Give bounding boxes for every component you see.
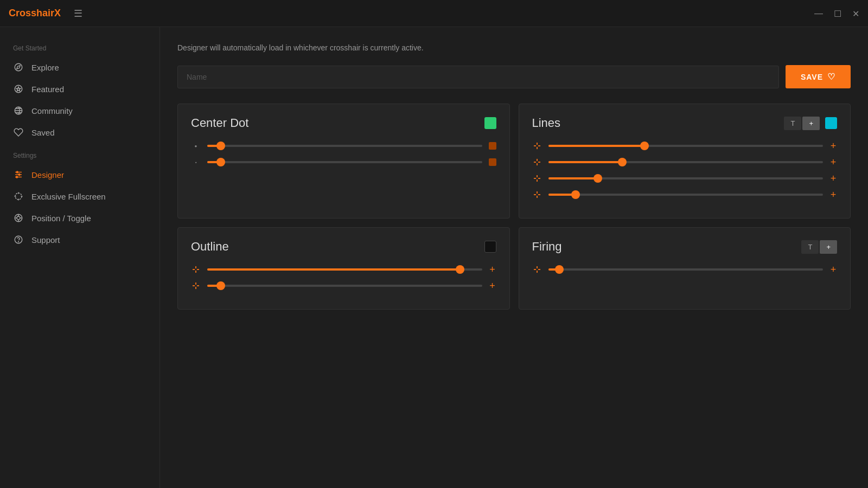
sidebar-item-explore[interactable]: Explore: [0, 56, 159, 78]
sidebar-item-featured-label: Featured: [31, 85, 64, 94]
sidebar-item-support[interactable]: Support: [0, 229, 159, 251]
lines-title: Lines: [532, 116, 561, 130]
crosshair-small-icon: [532, 141, 542, 151]
firing-tab-t[interactable]: T: [801, 240, 819, 254]
sidebar-item-support-label: Support: [31, 235, 60, 245]
center-dot-panel: Center Dot ● ●: [177, 104, 510, 219]
slider-end-plus: +: [829, 266, 837, 273]
slider-thumb[interactable]: [216, 281, 225, 290]
slider-thumb[interactable]: [216, 142, 225, 150]
slider-track[interactable]: [207, 161, 482, 163]
menu-icon[interactable]: ☰: [74, 8, 82, 20]
close-button[interactable]: ✕: [852, 8, 859, 18]
center-dot-swatch[interactable]: [484, 117, 496, 129]
sidebar-item-position-toggle-label: Position / Toggle: [31, 214, 91, 223]
slider-fill: [548, 177, 598, 179]
save-label: SAVE: [801, 73, 823, 81]
slider-thumb[interactable]: [216, 158, 225, 166]
lines-tabs: T +: [784, 117, 820, 130]
outline-header: Outline: [191, 240, 496, 254]
slider-thumb[interactable]: [618, 158, 627, 166]
name-row: SAVE ♡: [177, 65, 851, 88]
slider-row: +: [532, 157, 838, 167]
sidebar-item-exclusive-fullscreen[interactable]: Exclusive Fullscreen: [0, 185, 159, 207]
slider-track[interactable]: [207, 268, 482, 271]
slider-end-plus: +: [829, 158, 837, 166]
dot-small-icon: ●: [191, 141, 201, 151]
slider-end-plus: +: [829, 175, 837, 182]
crosshair-small-icon: [532, 265, 542, 274]
slider-track[interactable]: [548, 145, 824, 147]
slider-row: +: [532, 174, 838, 183]
lines-panel: Lines T +: [519, 104, 851, 219]
slider-end-plus: +: [489, 282, 496, 290]
slider-end-square: [489, 142, 496, 150]
lines-tab-plus[interactable]: +: [802, 117, 820, 130]
crosshair-small-icon: [191, 281, 201, 291]
sidebar-item-saved-label: Saved: [31, 128, 55, 137]
slider-end-plus: +: [489, 266, 496, 273]
svg-point-8: [16, 176, 18, 178]
globe-icon: [13, 105, 24, 116]
slider-fill: [548, 161, 623, 163]
firing-panel: Firing T + +: [519, 227, 851, 310]
center-dot-title: Center Dot: [191, 116, 248, 130]
svg-point-0: [15, 63, 22, 71]
slider-row: +: [532, 141, 838, 151]
slider-row: +: [191, 281, 496, 291]
crosshair-small-icon: [191, 265, 201, 274]
outline-panel: Outline +: [177, 227, 510, 310]
slider-end-plus: +: [829, 142, 837, 150]
titlebar: CrosshairX ☰ — ☐ ✕: [0, 0, 868, 27]
slider-track[interactable]: [207, 285, 482, 287]
save-button[interactable]: SAVE ♡: [786, 65, 851, 88]
dot-tiny-icon: ●: [191, 157, 201, 167]
target-icon: [13, 213, 24, 223]
svg-point-6: [16, 171, 18, 173]
slider-track[interactable]: [548, 268, 824, 271]
app-name-highlight: X: [54, 8, 61, 18]
svg-point-7: [18, 174, 20, 176]
heart-icon: [13, 127, 24, 138]
sidebar-item-saved[interactable]: Saved: [0, 121, 159, 143]
svg-point-9: [15, 193, 22, 200]
slider-thumb[interactable]: [555, 265, 564, 274]
crosshair-small-icon: [532, 190, 542, 200]
sidebar-item-featured[interactable]: Featured: [0, 78, 159, 100]
app-name-text: Crosshair: [9, 8, 54, 18]
slider-thumb[interactable]: [640, 142, 649, 150]
outline-swatch[interactable]: [484, 241, 496, 253]
firing-tab-plus[interactable]: +: [820, 240, 837, 254]
sidebar-item-community-label: Community: [31, 106, 73, 115]
sidebar: Get Started Explore Featured Community S…: [0, 27, 160, 488]
slider-row: +: [532, 190, 838, 200]
sidebar-item-exclusive-fullscreen-label: Exclusive Fullscreen: [31, 192, 106, 201]
sidebar-section-get-started: Get Started: [0, 44, 159, 56]
slider-thumb[interactable]: [571, 190, 580, 199]
sidebar-item-community[interactable]: Community: [0, 100, 159, 121]
panels-grid: Center Dot ● ●: [177, 104, 851, 310]
slider-row: ●: [191, 141, 496, 151]
sidebar-item-designer[interactable]: Designer: [0, 164, 159, 185]
slider-row: +: [191, 265, 496, 274]
slider-track[interactable]: [207, 145, 482, 147]
svg-point-15: [17, 216, 20, 220]
sidebar-section-settings: Settings: [0, 152, 159, 164]
slider-thumb[interactable]: [593, 174, 602, 183]
slider-row: +: [532, 265, 838, 274]
window-controls: — ☐ ✕: [814, 8, 859, 18]
compass-icon: [13, 62, 24, 73]
crosshair-icon: [13, 191, 24, 202]
slider-thumb[interactable]: [456, 265, 464, 274]
slider-track[interactable]: [548, 177, 824, 179]
name-input[interactable]: [177, 66, 779, 88]
sidebar-item-position-toggle[interactable]: Position / Toggle: [0, 207, 159, 229]
main-description: Designer will automatically load in whic…: [177, 43, 851, 52]
lines-swatch[interactable]: [825, 117, 837, 129]
slider-row: ●: [191, 157, 496, 167]
slider-track[interactable]: [548, 161, 824, 163]
maximize-button[interactable]: ☐: [834, 8, 841, 18]
minimize-button[interactable]: —: [814, 8, 823, 18]
slider-track[interactable]: [548, 194, 824, 196]
lines-tab-t[interactable]: T: [784, 117, 801, 130]
